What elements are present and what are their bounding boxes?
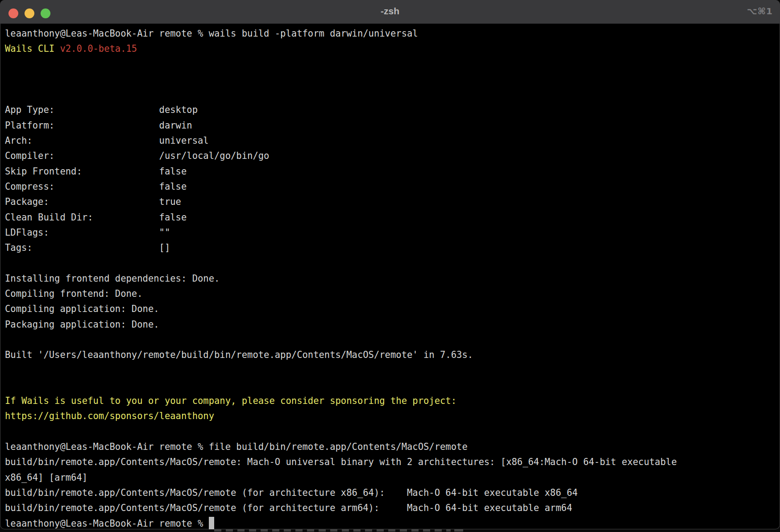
terminal-line: leaanthony@Leas-MacBook-Air remote % fil… (5, 439, 780, 454)
terminal-line: Built '/Users/leaanthony/remote/build/bi… (5, 347, 780, 362)
terminal-line (5, 332, 780, 347)
config-value: universal (159, 135, 209, 146)
terminal-line: Compiling frontend: Done. (5, 286, 780, 301)
terminal-line: build/bin/remote.app/Contents/MacOS/remo… (5, 500, 780, 515)
terminal-line: Tags: [] (5, 240, 780, 255)
config-label: Compiler: (5, 150, 159, 161)
terminal-text: Compiling frontend: Done. (5, 288, 143, 299)
terminal-line: Skip Frontend: false (5, 164, 780, 179)
terminal-line (5, 72, 780, 87)
terminal-text: v2.0.0-beta.15 (60, 43, 137, 54)
shell-prompt: leaanthony@Leas-MacBook-Air remote % (5, 518, 209, 529)
terminal-text: leaanthony@Leas-MacBook-Air remote % wai… (5, 28, 418, 39)
config-value: [] (159, 242, 170, 253)
config-label: Compress: (5, 181, 159, 192)
terminal-line: LDFlags: "" (5, 225, 780, 240)
terminal-line: Packaging application: Done. (5, 317, 780, 332)
terminal-output[interactable]: leaanthony@Leas-MacBook-Air remote % wai… (0, 24, 780, 529)
desktop-background: -zsh ⌥⌘1 leaanthony@Leas-MacBook-Air rem… (0, 0, 780, 532)
terminal-line: x86_64] [arm64] (5, 470, 780, 485)
terminal-text: If Wails is useful to you or your compan… (5, 395, 456, 406)
config-value: false (159, 181, 187, 192)
terminal-text: Wails CLI (5, 43, 60, 54)
terminal-line (5, 378, 780, 393)
terminal-line (5, 363, 780, 378)
config-label: Arch: (5, 135, 159, 146)
terminal-line: Installing frontend dependencies: Done. (5, 271, 780, 286)
terminal-text: x86_64] [arm64] (5, 472, 87, 483)
config-label: Clean Build Dir: (5, 212, 159, 223)
terminal-line: Compress: false (5, 179, 780, 194)
terminal-line: Clean Build Dir: false (5, 210, 780, 225)
terminal-line: Arch: universal (5, 133, 780, 148)
window-title: -zsh (0, 6, 780, 17)
terminal-text: build/bin/remote.app/Contents/MacOS/remo… (5, 457, 677, 467)
config-value: false (159, 166, 187, 177)
keyboard-shortcut-badge: ⌥⌘1 (747, 6, 773, 17)
config-value: darwin (159, 120, 192, 131)
terminal-line: Compiler: /usr/local/go/bin/go (5, 148, 780, 163)
terminal-text: Installing frontend dependencies: Done. (5, 273, 220, 284)
terminal-line: build/bin/remote.app/Contents/MacOS/remo… (5, 454, 780, 470)
terminal-line: If Wails is useful to you or your compan… (5, 393, 780, 408)
terminal-line (5, 87, 780, 102)
config-label: Package: (5, 196, 159, 207)
terminal-line: https://github.com/sponsors/leaanthony (5, 408, 780, 424)
terminal-line: leaanthony@Leas-MacBook-Air remote % (5, 516, 780, 530)
config-label: Skip Frontend: (5, 166, 159, 177)
terminal-line (5, 255, 780, 270)
terminal-line: leaanthony@Leas-MacBook-Air remote % wai… (5, 26, 780, 41)
terminal-line: App Type: desktop (5, 102, 780, 117)
config-label: Tags: (5, 242, 159, 253)
terminal-line (5, 424, 780, 439)
terminal-line: Compiling application: Done. (5, 301, 780, 316)
sponsor-url[interactable]: https://github.com/sponsors/leaanthony (5, 411, 214, 421)
terminal-text: Packaging application: Done. (5, 319, 159, 330)
terminal-text: leaanthony@Leas-MacBook-Air remote % fil… (5, 441, 468, 452)
terminal-line: Platform: darwin (5, 118, 780, 133)
window-titlebar[interactable]: -zsh ⌥⌘1 (0, 0, 780, 24)
config-value: false (159, 212, 187, 223)
terminal-window: -zsh ⌥⌘1 leaanthony@Leas-MacBook-Air rem… (0, 0, 780, 529)
config-label: LDFlags: (5, 227, 159, 238)
terminal-text: Built '/Users/leaanthony/remote/build/bi… (5, 349, 473, 360)
config-label: Platform: (5, 120, 159, 131)
config-value: true (159, 196, 181, 207)
terminal-text: build/bin/remote.app/Contents/MacOS/remo… (5, 487, 578, 498)
config-label: App Type: (5, 104, 159, 115)
config-value: "" (159, 227, 170, 238)
terminal-text: Compiling application: Done. (5, 303, 159, 314)
terminal-line: build/bin/remote.app/Contents/MacOS/remo… (5, 485, 780, 500)
terminal-cursor (209, 517, 214, 529)
terminal-text: build/bin/remote.app/Contents/MacOS/remo… (5, 503, 572, 513)
terminal-line: Package: true (5, 194, 780, 209)
terminal-line (5, 57, 780, 72)
config-value: /usr/local/go/bin/go (159, 150, 270, 161)
terminal-line: Wails CLI v2.0.0-beta.15 (5, 41, 780, 56)
config-value: desktop (159, 104, 198, 115)
